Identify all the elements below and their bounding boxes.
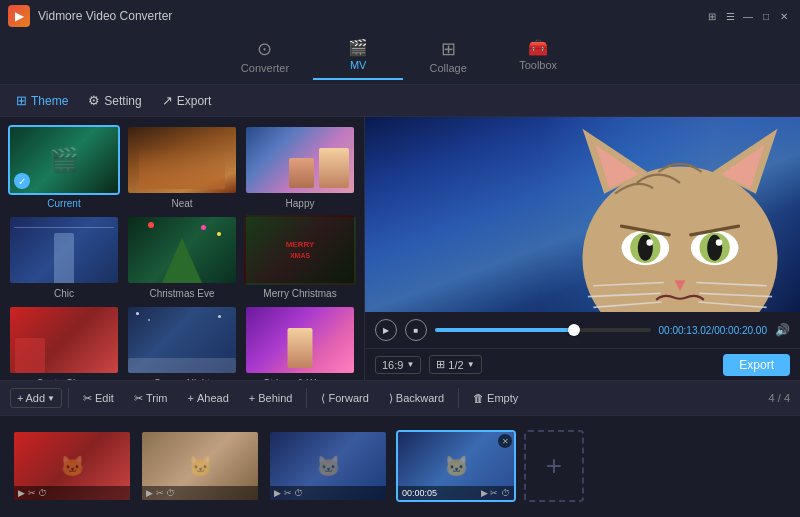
quality-chevron: ▼ [467,360,475,369]
quality-button[interactable]: ⊞ 1/2 ▼ [429,355,481,374]
forward-label: Forward [328,392,368,404]
clip-close-4[interactable]: ✕ [498,434,512,448]
separator-2 [306,388,307,408]
ahead-icon: + [188,392,194,404]
theme-icon: ⊞ [16,93,27,108]
theme-thumb-happy [244,125,356,195]
stop-button[interactable]: ■ [405,319,427,341]
clip-icons-3: ▶ ✂ ⏱ [274,488,303,498]
theme-label-christmas-eve: Christmas Eve [149,288,214,299]
ahead-button[interactable]: + Ahead [180,389,237,407]
clip-time-4: 00:00:05 [402,488,437,498]
maximize-btn[interactable]: □ [758,8,774,24]
grid-btn[interactable]: ⊞ [704,8,720,24]
export-label: Export [177,94,212,108]
converter-icon: ⊙ [257,38,272,60]
close-btn[interactable]: ✕ [776,8,792,24]
separator-1 [68,388,69,408]
theme-panel: 🎬 ✓ Current Neat [0,117,365,380]
svg-point-12 [716,239,723,246]
forward-button[interactable]: ⟨ Forward [313,389,376,408]
setting-btn[interactable]: ⚙ Setting [82,91,147,110]
ahead-label: Ahead [197,392,229,404]
add-clip-button[interactable]: + [524,430,584,502]
trim-button[interactable]: ✂ Trim [126,389,176,408]
theme-christmas-eve[interactable]: Christmas Eve [126,215,238,299]
timeline-clip-2[interactable]: 🐱 ▶ ✂ ⏱ [140,430,260,502]
empty-icon: 🗑 [473,392,484,404]
timeline-clip-3[interactable]: 🐱 ▶ ✂ ⏱ [268,430,388,502]
bottom-toolbar: + Add ▼ ✂ Edit ✂ Trim + Ahead + Behind ⟨… [0,380,800,416]
nav-tabs: ⊙ Converter 🎬 MV ⊞ Collage 🧰 Toolbox [0,32,800,85]
theme-chic[interactable]: Chic [8,215,120,299]
export-btn-sub[interactable]: ↗ Export [156,91,218,110]
collage-icon: ⊞ [441,38,456,60]
theme-current[interactable]: 🎬 ✓ Current [8,125,120,209]
clip-count: 4 / 4 [769,392,790,404]
theme-label: Theme [31,94,68,108]
menu-btn[interactable]: ☰ [722,8,738,24]
right-panel: ▶ ■ 00:00:13.02/00:00:20.00 🔊 16:9 ▼ ⊞ 1… [365,117,800,380]
collage-label: Collage [429,62,466,74]
add-dropdown-icon: ▼ [47,394,55,403]
edit-icon: ✂ [83,392,92,405]
progress-thumb [568,324,580,336]
volume-button[interactable]: 🔊 [775,323,790,337]
export-icon: ↗ [162,93,173,108]
tab-toolbox[interactable]: 🧰 Toolbox [493,32,583,80]
add-clip-icon: + [546,450,562,482]
progress-fill [435,328,575,332]
theme-label-current: Current [47,198,80,209]
theme-happy[interactable]: Happy [244,125,356,209]
add-button[interactable]: + Add ▼ [10,388,62,408]
minimize-btn[interactable]: — [740,8,756,24]
theme-thumb-merry-christmas: MERRY XmaS [244,215,356,285]
tab-mv[interactable]: 🎬 MV [313,32,403,80]
app-title: Vidmore Video Converter [38,9,696,23]
theme-santa-claus[interactable]: Santa Claus [8,305,120,380]
progress-bar[interactable] [435,328,651,332]
theme-label-stripes-waves: Stripes & Waves [263,378,337,380]
theme-label-happy: Happy [286,198,315,209]
window-controls: ⊞ ☰ — □ ✕ [704,8,792,24]
forward-icon: ⟨ [321,392,325,405]
behind-button[interactable]: + Behind [241,389,301,407]
theme-thumb-snowy-night [126,305,238,375]
app-logo: ▶ [8,5,30,27]
timeline-clip-1[interactable]: 🐱 ▶ ✂ ⏱ [12,430,132,502]
backward-button[interactable]: ⟩ Backward [381,389,452,408]
theme-stripes-waves[interactable]: Stripes & Waves [244,305,356,380]
backward-icon: ⟩ [389,392,393,405]
export-button[interactable]: Export [723,354,790,376]
separator-3 [458,388,459,408]
clip-icons-2: ▶ ✂ ⏱ [146,488,175,498]
theme-btn[interactable]: ⊞ Theme [10,91,74,110]
mv-icon: 🎬 [348,38,368,57]
tab-collage[interactable]: ⊞ Collage [403,32,493,80]
clip-overlay-3: ▶ ✂ ⏱ [270,486,386,500]
clip-overlay-1: ▶ ✂ ⏱ [14,486,130,500]
theme-label-merry-christmas: Merry Christmas [263,288,336,299]
theme-label-neat: Neat [171,198,192,209]
theme-merry-christmas[interactable]: MERRY XmaS Merry Christmas [244,215,356,299]
tab-converter[interactable]: ⊙ Converter [217,32,313,80]
theme-snowy-night[interactable]: Snowy Night [126,305,238,380]
theme-neat[interactable]: Neat [126,125,238,209]
svg-point-10 [707,235,722,261]
timeline-clip-4[interactable]: 🐱 00:00:05 ▶ ✂ ⏱ ✕ [396,430,516,502]
trim-label: Trim [146,392,168,404]
svg-point-9 [638,235,653,261]
theme-label-santa-claus: Santa Claus [37,378,91,380]
play-button[interactable]: ▶ [375,319,397,341]
quality-label: 1/2 [448,359,463,371]
theme-label-chic: Chic [54,288,74,299]
mv-label: MV [350,59,367,71]
empty-button[interactable]: 🗑 Empty [465,389,526,407]
ratio-button[interactable]: 16:9 ▼ [375,356,421,374]
edit-button[interactable]: ✂ Edit [75,389,122,408]
toolbox-icon: 🧰 [528,38,548,57]
add-plus-icon: + [17,392,23,404]
sub-toolbar: ⊞ Theme ⚙ Setting ↗ Export [0,85,800,117]
export-row: 16:9 ▼ ⊞ 1/2 ▼ Export [365,348,800,380]
trim-icon: ✂ [134,392,143,405]
